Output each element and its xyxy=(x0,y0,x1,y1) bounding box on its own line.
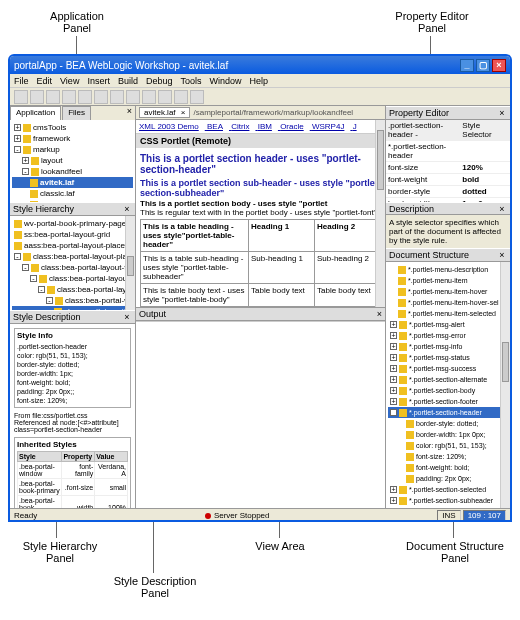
toolbar-button[interactable] xyxy=(158,90,172,104)
tree-expand-icon[interactable]: + xyxy=(390,354,397,361)
tree-node[interactable]: *.portlet-menu-description xyxy=(388,264,508,275)
tree-expand-icon[interactable]: + xyxy=(390,343,397,350)
toolbar-button[interactable] xyxy=(142,90,156,104)
tree-node[interactable]: ss:bea-portal-layout-grid xyxy=(12,229,133,240)
panel-header[interactable]: Document Structure × xyxy=(386,248,510,262)
menu-insert[interactable]: Insert xyxy=(87,76,110,86)
tab-files[interactable]: Files xyxy=(62,106,91,120)
menu-file[interactable]: File xyxy=(14,76,29,86)
nav-link[interactable]: Oracle xyxy=(280,122,304,131)
tree-node[interactable]: +*.portlet-msg-success xyxy=(388,363,508,374)
tree-expand-icon[interactable]: + xyxy=(22,157,29,164)
tree-expand-icon[interactable]: + xyxy=(390,497,397,504)
menu-edit[interactable]: Edit xyxy=(37,76,53,86)
col-property[interactable]: Property xyxy=(62,452,95,462)
menu-tools[interactable]: Tools xyxy=(180,76,201,86)
tree-node[interactable]: *.portlet-menu-item xyxy=(388,275,508,286)
panel-close-icon[interactable]: × xyxy=(122,312,132,322)
tree-node[interactable]: +*.portlet-section-footer xyxy=(388,396,508,407)
tree-node[interactable]: wv-portal-book-primary-page xyxy=(12,218,133,229)
scrollbar[interactable] xyxy=(375,120,385,307)
col-value[interactable]: Value xyxy=(95,452,128,462)
tree-expand-icon[interactable]: - xyxy=(22,168,29,175)
tree-node[interactable]: +*.portlet-msg-alert xyxy=(388,319,508,330)
tree-node[interactable]: font-weight: bold; xyxy=(388,462,508,473)
col-style[interactable]: Style xyxy=(18,452,62,462)
tree-node[interactable]: -*.portlet-section-header xyxy=(388,407,508,418)
tree-node[interactable]: +*.portlet-section-body xyxy=(388,385,508,396)
toolbar-button[interactable] xyxy=(30,90,44,104)
panel-close-icon[interactable]: × xyxy=(497,250,507,260)
tree-expand-icon[interactable]: - xyxy=(46,297,53,304)
tree-expand-icon[interactable]: + xyxy=(390,387,397,394)
tree-node[interactable]: font-size: 120%; xyxy=(388,451,508,462)
output-panel-body[interactable] xyxy=(136,321,385,509)
tree-node[interactable]: +*.portlet-msg-status xyxy=(388,352,508,363)
menu-view[interactable]: View xyxy=(60,76,79,86)
scrollbar[interactable] xyxy=(500,262,510,508)
toolbar-button[interactable] xyxy=(94,90,108,104)
property-row[interactable]: border-styledotted xyxy=(386,186,510,198)
tree-expand-icon[interactable]: + xyxy=(390,486,397,493)
toolbar-button[interactable] xyxy=(190,90,204,104)
table-row[interactable]: .bea-portal-windowfont-familyVerdana, A xyxy=(18,462,128,479)
nav-link[interactable]: BEA xyxy=(207,122,223,131)
tree-node[interactable]: -markup xyxy=(12,144,133,155)
output-panel-header[interactable]: Output × xyxy=(136,307,385,321)
tree-node[interactable]: -class:bea-portal-layout-flow xyxy=(12,262,133,273)
tree-node[interactable]: *.portlet-menu-item-hover-sel xyxy=(388,297,508,308)
tree-node[interactable]: -lookandfeel xyxy=(12,166,133,177)
view-area[interactable]: XML 2003 Demo BEA Citrix IBM Oracle WSRP… xyxy=(136,120,385,307)
tree-node[interactable]: aass:bea-portal-layout-placeholder-conta… xyxy=(12,240,133,251)
editor-tab[interactable]: avitek.laf × xyxy=(139,107,190,118)
tree-node[interactable]: border-width: 1px 0px; xyxy=(388,429,508,440)
tree-node[interactable]: color: rgb(51, 51, 153); xyxy=(388,440,508,451)
nav-link[interactable]: XML 2003 Demo xyxy=(139,122,199,131)
tree-node[interactable]: +cmsTools xyxy=(12,122,133,133)
tree-node[interactable]: +*.portlet-msg-info xyxy=(388,341,508,352)
property-row[interactable]: font-size120% xyxy=(386,162,510,174)
tree-node[interactable]: -class:bea-portal-layout-placeholder-con… xyxy=(12,273,133,284)
tab-application[interactable]: Application xyxy=(10,106,61,120)
tree-node[interactable]: +*.portlet-msg-error xyxy=(388,330,508,341)
panel-header[interactable]: Style Hierarchy × xyxy=(10,202,135,216)
panel-close-icon[interactable]: × xyxy=(124,106,135,120)
tree-expand-icon[interactable]: - xyxy=(14,146,21,153)
nav-link[interactable]: J xyxy=(353,122,357,131)
property-editor-body[interactable]: .portlet-section-header -Style Selector … xyxy=(386,120,510,202)
toolbar-button[interactable] xyxy=(78,90,92,104)
menu-build[interactable]: Build xyxy=(118,76,138,86)
minimize-button[interactable]: _ xyxy=(460,59,474,72)
nav-link[interactable]: IBM xyxy=(258,122,272,131)
style-hierarchy-tree[interactable]: wv-portal-book-primary-page ss:bea-porta… xyxy=(10,216,135,310)
panel-close-icon[interactable]: × xyxy=(497,204,507,214)
menu-debug[interactable]: Debug xyxy=(146,76,173,86)
tree-node[interactable]: -class:bea-portal-layout-placeholder xyxy=(12,284,133,295)
panel-header[interactable]: Style Description × xyxy=(10,310,135,324)
tree-node[interactable]: *.portlet-menu-item-hover xyxy=(388,286,508,297)
close-button[interactable]: × xyxy=(492,59,506,72)
menu-window[interactable]: Window xyxy=(209,76,241,86)
tree-expand-icon[interactable]: + xyxy=(390,321,397,328)
tree-node[interactable]: avitek.laf xyxy=(12,177,133,188)
document-structure-tree[interactable]: *.portlet-menu-description *.portlet-men… xyxy=(386,262,510,508)
menu-help[interactable]: Help xyxy=(249,76,268,86)
tree-node[interactable]: class:portlet-section-header xyxy=(12,306,133,310)
tree-node[interactable]: +*.portlet-section-alternate xyxy=(388,374,508,385)
tree-expand-icon[interactable]: - xyxy=(38,286,45,293)
tree-expand-icon[interactable]: + xyxy=(14,124,21,131)
tree-node[interactable]: -class:bea-portal-window-container xyxy=(12,295,133,306)
table-row[interactable]: .bea-portal-book-primary.font-sizesmall xyxy=(18,479,128,496)
tree-node[interactable]: +framework xyxy=(12,133,133,144)
toolbar-button[interactable] xyxy=(62,90,76,104)
toolbar-button[interactable] xyxy=(14,90,28,104)
toolbar-button[interactable] xyxy=(46,90,60,104)
tree-node[interactable]: +layout xyxy=(12,155,133,166)
panel-close-icon[interactable]: × xyxy=(377,309,382,319)
toolbar-button[interactable] xyxy=(174,90,188,104)
titlebar[interactable]: portalApp - BEA WebLogic Workshop - avit… xyxy=(10,56,510,74)
tree-node[interactable]: default.laf xyxy=(12,199,133,202)
table-row[interactable]: .bea-portal-book-primary-vwidth100% xyxy=(18,496,128,509)
nav-link[interactable]: Citrix xyxy=(231,122,249,131)
tree-expand-icon[interactable]: + xyxy=(390,365,397,372)
